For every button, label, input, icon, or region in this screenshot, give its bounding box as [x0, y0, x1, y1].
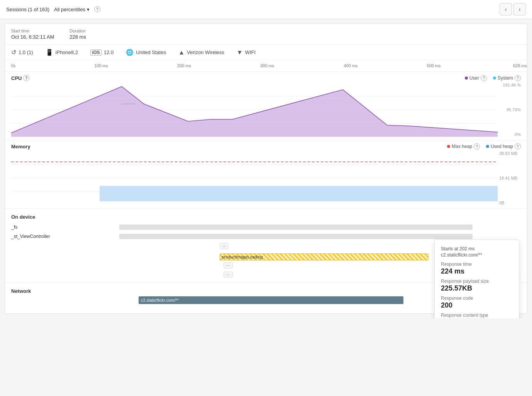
start-time-group: Start time Oct 16, 6:32:11 AM [11, 29, 54, 40]
on-device-section: On device _fs _st_ViewController ··· [5, 209, 527, 283]
tooltip-response-time: Response time 224 ms [441, 262, 513, 275]
cpu-header: CPU ? User ? System ? [11, 72, 521, 83]
duration-label: Duration [69, 29, 86, 33]
os-value: 12.0 [104, 49, 114, 55]
memory-used-help[interactable]: ? [515, 143, 521, 150]
wifi-icon: ▼ [237, 49, 243, 56]
dropdown-arrow-icon: ▾ [87, 7, 90, 12]
trace-bar-product: productImageLoading [220, 253, 429, 260]
ruler-0s: 0s [11, 63, 16, 68]
tooltip-payload-label: Response payload size [441, 279, 513, 284]
device-os: iOS 12.0 [90, 49, 114, 56]
cpu-user-legend: User ? [465, 75, 487, 81]
duration-group: Duration 228 ms [69, 29, 86, 40]
memory-max-help[interactable]: ? [474, 143, 480, 150]
trace-bar-area-stvc [119, 234, 521, 239]
version-icon: ↺ [11, 49, 16, 56]
memory-chart-svg [11, 151, 498, 205]
nav-buttons: ‹ › [500, 3, 526, 15]
cpu-user-dot [465, 76, 468, 80]
device-model: 📱 iPhone8,2 [46, 49, 78, 56]
trace-label-stvc: _st_ViewController [11, 234, 119, 239]
memory-max-legend: Max heap ? [447, 143, 480, 150]
network-url: c2.staticflickr.com/** [141, 298, 179, 303]
memory-max-dot [447, 145, 450, 148]
tooltip-content-type: Response content type image/jpeg [441, 313, 513, 318]
ruler-628ms: 628 ms [513, 63, 527, 68]
trace-label-fs: _fs [11, 224, 119, 230]
trace-bar-fs [119, 224, 473, 230]
used-heap-bar [100, 186, 498, 201]
network-tooltip: Starts at 202 ms c2.staticflickr.com/** … [434, 240, 519, 318]
memory-legend: Max heap ? Used heap ? [447, 143, 521, 150]
tooltip-code: Response code 200 [441, 296, 513, 309]
tooltip-response-time-value: 224 ms [441, 267, 513, 275]
cpu-help-icon[interactable]: ? [23, 75, 29, 81]
tooltip-url: c2.staticflickr.com/** [441, 252, 513, 258]
memory-header: Memory Max heap ? Used heap ? [11, 140, 521, 151]
expand-dots-3[interactable]: ··· [224, 272, 232, 278]
device-network: ▼ WIFI [237, 49, 256, 56]
cpu-user-area [11, 87, 498, 137]
on-device-title: On device [11, 212, 521, 222]
top-bar-left: Sessions (1 of 163) All percentiles ▾ ? [6, 6, 495, 12]
timeline-ruler: 0s 100 ms 200 ms 300 ms 400 ms 500 ms 62… [5, 60, 527, 72]
tooltip-starts: Starts at 202 ms [441, 246, 513, 252]
cpu-chart-svg [11, 83, 498, 137]
ruler-300ms: 300 ms [260, 63, 274, 68]
cpu-chart [11, 83, 498, 137]
expand-dots-1[interactable]: ··· [220, 243, 229, 249]
session-info: Start time Oct 16, 6:32:11 AM Duration 2… [5, 24, 527, 45]
percentile-label: All percentiles [54, 7, 85, 12]
tooltip-content-type-label: Response content type [441, 313, 513, 318]
device-region: 🌐 United States [126, 49, 166, 56]
device-version: ↺ 1.0 (1) [11, 49, 33, 56]
trace-bar-stvc [119, 234, 473, 239]
ruler-400ms: 400 ms [344, 63, 357, 68]
version-value: 1.0 (1) [19, 49, 33, 55]
percentile-dropdown[interactable]: All percentiles ▾ [54, 7, 90, 12]
network-value: WIFI [245, 49, 256, 55]
ruler-200ms: 200 ms [177, 63, 191, 68]
device-carrier: ▲ Verizon Wireless [178, 49, 224, 56]
memory-chart-container: 38.83 MB 19.41 MB 0B [11, 151, 521, 205]
carrier-value: Verizon Wireless [187, 49, 224, 55]
memory-title: Memory [11, 144, 30, 150]
memory-y-labels: 38.83 MB 19.41 MB 0B [498, 151, 521, 205]
cpu-y-labels: 191.46 % 95.73% 0% [498, 83, 521, 137]
tooltip-code-label: Response code [441, 296, 513, 301]
tooltip-payload: Response payload size 225.57KB [441, 279, 513, 292]
globe-icon: 🌐 [126, 49, 134, 56]
ruler-500ms: 500 ms [427, 63, 441, 68]
model-value: iPhone8,2 [56, 49, 78, 55]
cpu-system-help[interactable]: ? [515, 75, 521, 81]
tooltip-code-value: 200 [441, 301, 513, 309]
ruler-100ms: 100 ms [94, 63, 108, 68]
expand-dots-2[interactable]: ··· [224, 262, 232, 269]
duration-value: 228 ms [69, 34, 86, 40]
cpu-system-dot [493, 76, 496, 80]
trace-bar-area-fs [119, 224, 521, 230]
sessions-help-icon[interactable]: ? [94, 6, 100, 12]
main-card: Start time Oct 16, 6:32:11 AM Duration 2… [5, 24, 527, 314]
tooltip-response-time-label: Response time [441, 262, 513, 267]
cpu-legend: User ? System ? [465, 75, 521, 81]
top-bar: Sessions (1 of 163) All percentiles ▾ ? … [0, 0, 532, 19]
phone-icon: 📱 [46, 49, 53, 56]
memory-used-legend: Used heap ? [486, 143, 521, 150]
next-session-button[interactable]: › [513, 3, 526, 15]
memory-section: Memory Max heap ? Used heap ? [5, 140, 527, 209]
product-label: productImageLoading [220, 255, 263, 259]
device-bar: ↺ 1.0 (1) 📱 iPhone8,2 iOS 12.0 🌐 United … [5, 45, 527, 60]
network-bar: c2.staticflickr.com/** [139, 296, 403, 304]
cpu-title: CPU ? [11, 75, 29, 81]
cpu-user-help[interactable]: ? [481, 75, 487, 81]
tooltip-payload-value: 225.57KB [441, 284, 513, 292]
prev-session-button[interactable]: ‹ [500, 3, 512, 15]
start-time-label: Start time [11, 29, 54, 33]
trace-row-fs: _fs [11, 223, 521, 231]
ios-icon: iOS [90, 49, 102, 56]
sessions-label: Sessions (1 of 163) [6, 7, 49, 12]
signal-icon: ▲ [178, 49, 185, 56]
cpu-chart-container: 191.46 % 95.73% 0% [11, 83, 521, 137]
